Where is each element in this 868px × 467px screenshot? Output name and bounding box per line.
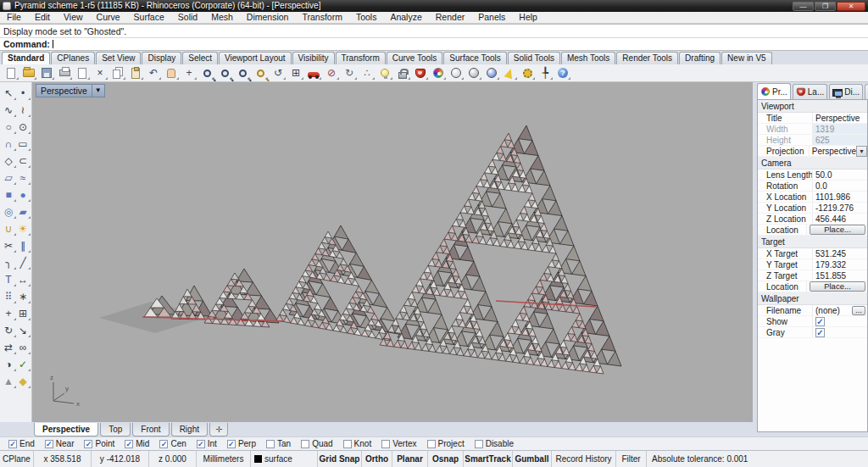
viewport[interactable]: zyx Perspective ▼ (32, 82, 753, 422)
split-tool-icon[interactable]: ∥ (16, 237, 31, 254)
visibility-tool-icon[interactable]: ◑ (2, 356, 16, 373)
rotate-tool-icon[interactable]: ↻ (2, 322, 16, 339)
array-tool-icon[interactable]: ⠿ (2, 288, 16, 305)
toolbar-tab-render-tools[interactable]: Render Tools (616, 52, 678, 64)
box-tool-icon[interactable]: ■ (2, 186, 16, 203)
osnap-cen[interactable]: ✓Cen (159, 439, 186, 448)
rotate-view-icon[interactable]: ↻ (342, 65, 357, 81)
toolbar-tab-solid-tools[interactable]: Solid Tools (508, 52, 560, 64)
render-icon[interactable] (484, 65, 499, 81)
place-button[interactable]: Place... (810, 281, 865, 292)
select-tool-icon[interactable]: ↖ (2, 85, 16, 102)
menu-item-edit[interactable]: Edit (28, 12, 57, 23)
ellipse-tool-icon[interactable]: ⊙ (16, 119, 31, 136)
zoom-dynamic-icon[interactable] (217, 65, 232, 81)
surface-tool-icon[interactable]: ▱ (2, 170, 16, 186)
control-point-curve-icon[interactable]: ≀ (16, 102, 31, 119)
menu-item-file[interactable]: File (0, 12, 28, 23)
options-gears-icon[interactable] (520, 65, 535, 81)
browse-button[interactable]: ... (852, 306, 865, 315)
toolbar-tab-transform[interactable]: Transform (336, 52, 386, 64)
toolbar-tab-select[interactable]: Select (182, 52, 218, 64)
named-cplane-icon[interactable]: ╄ (537, 65, 553, 81)
menu-item-analyze[interactable]: Analyze (383, 12, 428, 23)
viewport-tab-right[interactable]: Right (171, 423, 208, 436)
viewport-canvas[interactable]: zyx (32, 82, 753, 422)
new-file-icon[interactable] (3, 65, 19, 81)
osnap-quad[interactable]: ✓Quad (301, 439, 332, 448)
status-toggle-record-history[interactable]: Record History (552, 451, 616, 467)
undo-view-icon[interactable]: ↺ (270, 65, 286, 81)
plane-tool-icon[interactable]: ▰ (16, 203, 31, 220)
menu-item-tools[interactable]: Tools (349, 12, 384, 23)
sphere-tool-icon[interactable]: ● (16, 186, 31, 203)
arc-tool-icon[interactable]: ∩ (2, 136, 16, 153)
osnap-checkbox-cen[interactable]: ✓ (159, 440, 168, 448)
undo-icon[interactable]: ↶ (146, 65, 161, 81)
torus-tool-icon[interactable]: ◎ (2, 203, 16, 220)
polar-array-icon[interactable]: ∗ (16, 288, 31, 305)
status-toggle-smarttrack[interactable]: SmartTrack (464, 451, 513, 467)
toolbar-tab-visibility[interactable]: Visibility (292, 52, 335, 64)
dropdown-button[interactable]: ▼ (856, 146, 867, 157)
menu-item-transform[interactable]: Transform (295, 12, 348, 23)
osnap-checkbox-perp[interactable]: ✓ (227, 440, 236, 448)
zoom-selected-icon[interactable] (253, 65, 268, 81)
toolbar-tab-new-in-v5[interactable]: New in V5 (721, 52, 772, 64)
selection-filter-icon[interactable] (502, 65, 517, 81)
viewport-tab-perspective[interactable]: Perspective (34, 423, 98, 436)
hide-objects-icon[interactable]: ⊘ (324, 65, 339, 81)
menu-item-curve[interactable]: Curve (90, 12, 127, 23)
rectangle-tool-icon[interactable]: ▭ (16, 136, 31, 153)
dimension-tool-icon[interactable]: ↔ (16, 271, 31, 288)
units-cell[interactable]: Millimeters (197, 451, 251, 467)
panel-tab-help[interactable]: ?He... (865, 84, 868, 99)
panel-tab-display[interactable]: Di... (829, 84, 863, 99)
osnap-int[interactable]: ✓Int (197, 439, 217, 448)
curve-tool-icon[interactable]: ∿ (2, 102, 16, 119)
boolean-union-icon[interactable]: ∪ (2, 220, 16, 237)
display-mode-icon[interactable] (306, 65, 321, 81)
cplane-cell[interactable]: CPlane (0, 451, 34, 467)
status-toggle-gumball[interactable]: Gumball (513, 451, 552, 467)
freeform-curve-icon[interactable]: ⊂ (16, 153, 31, 170)
menu-item-dimension[interactable]: Dimension (240, 12, 296, 23)
minimize-button[interactable]: — (793, 2, 814, 11)
status-toggle-planar[interactable]: Planar (392, 451, 428, 467)
circle-tool-icon[interactable]: ○ (2, 119, 16, 136)
toolbar-tab-standard[interactable]: Standard (2, 52, 50, 64)
trim-tool-icon[interactable]: ✂ (2, 237, 16, 254)
osnap-perp[interactable]: ✓Perp (227, 439, 256, 448)
diamond-tool-icon[interactable]: ◆ (16, 373, 31, 390)
panel-row-value[interactable]: 50.0 (812, 170, 867, 180)
move-copy-icon[interactable]: ∴ (359, 65, 375, 81)
panel-row-value[interactable]: 151.855 (812, 270, 867, 281)
toolbar-tab-surface-tools[interactable]: Surface Tools (443, 52, 506, 64)
osnap-point[interactable]: ✓Point (84, 439, 114, 448)
chamfer-tool-icon[interactable]: ╱ (16, 254, 31, 271)
menu-item-surface[interactable]: Surface (127, 12, 171, 23)
explode-tool-icon[interactable]: ☀ (16, 220, 31, 237)
panel-row-value[interactable]: 531.245 (812, 248, 867, 259)
text-tool-icon[interactable]: T (2, 271, 16, 288)
menu-item-render[interactable]: Render (429, 12, 471, 23)
lock-icon[interactable] (395, 65, 410, 81)
maximize-button[interactable]: ❐ (815, 2, 836, 11)
toolbar-tab-drafting[interactable]: Drafting (679, 52, 721, 64)
zoom-extents-icon[interactable] (199, 65, 214, 81)
toolbar-tab-display[interactable]: Display (142, 52, 181, 64)
toolbar-tab-curve-tools[interactable]: Curve Tools (387, 52, 443, 64)
osnap-near[interactable]: ✓Near (45, 439, 75, 448)
polygon-tool-icon[interactable]: ◇ (2, 153, 16, 170)
osnap-checkbox-tan[interactable]: ✓ (266, 440, 275, 448)
loft-tool-icon[interactable]: ≈ (16, 170, 31, 186)
panel-row-value[interactable]: 456.446 (812, 214, 867, 224)
osnap-mid[interactable]: ✓Mid (125, 439, 149, 448)
checkbox-show[interactable]: ✓ (815, 317, 825, 326)
cut-icon[interactable]: × (92, 65, 108, 81)
properties-icon[interactable] (431, 65, 446, 81)
osnap-checkbox-mid[interactable]: ✓ (125, 440, 133, 448)
osnap-checkbox-quad[interactable]: ✓ (301, 440, 309, 448)
osnap-checkbox-int[interactable]: ✓ (197, 440, 205, 448)
toolbar-tab-mesh-tools[interactable]: Mesh Tools (561, 52, 615, 64)
